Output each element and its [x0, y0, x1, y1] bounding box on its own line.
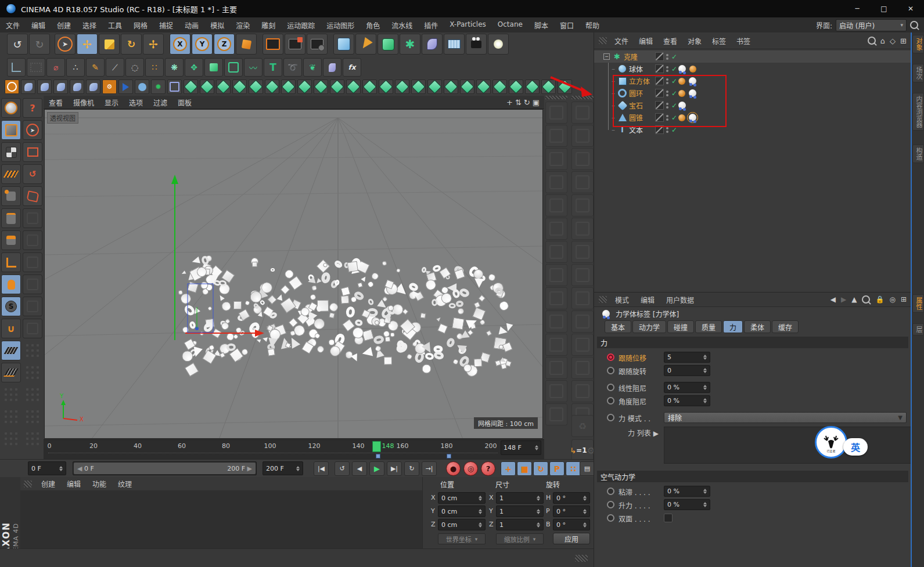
simulation-icon[interactable]: S	[1, 297, 21, 316]
position-field[interactable]: 0 cm	[438, 492, 486, 504]
prev-frame-button[interactable]: ◀	[352, 461, 367, 476]
coord-system-dropdown[interactable]: 世界坐标▾	[438, 533, 486, 544]
visibility-dots-icon[interactable]	[666, 127, 668, 133]
expand-toggle[interactable]: −	[603, 53, 610, 60]
rotation-field[interactable]: 0 °	[553, 519, 590, 530]
side-tab-对象[interactable]: 对象	[912, 35, 924, 53]
layer-icon[interactable]	[655, 89, 664, 97]
rotate-tool-button[interactable]: ↻	[121, 34, 142, 55]
target-icon[interactable]: ◎	[889, 295, 895, 304]
position-field[interactable]: 0 cm	[438, 505, 486, 517]
viewport-menu-item-2[interactable]: 显示	[99, 97, 124, 107]
side-tab-属性[interactable]: 属性	[912, 294, 924, 313]
force-section-header[interactable]: 力	[597, 337, 908, 348]
add-cube-object-button[interactable]	[333, 34, 354, 55]
om-menu-4[interactable]: 标签	[707, 36, 731, 46]
record-keyframe-button[interactable]: ●	[446, 461, 461, 476]
enabled-check-icon[interactable]: ✓	[671, 65, 677, 73]
xp-modifier-icon[interactable]	[184, 80, 198, 94]
xp-gear-green-icon[interactable]: ✹	[151, 80, 166, 94]
layer-icon[interactable]	[655, 101, 664, 110]
keyframe-dot[interactable]	[607, 353, 614, 361]
add-mograph-button[interactable]: ✱	[400, 34, 420, 55]
object-name[interactable]: 球体	[629, 64, 643, 74]
param-field[interactable]: 0 %	[664, 382, 710, 393]
poly-select-icon[interactable]	[23, 186, 42, 206]
mograph-spline-icon[interactable]: 〰	[244, 58, 263, 77]
close-button[interactable]: ✕	[897, 0, 924, 17]
xp-modifier-icon[interactable]	[427, 80, 442, 94]
object-row-立方体[interactable]: –立方体✓	[594, 75, 911, 87]
visibility-dots-icon[interactable]	[666, 78, 668, 84]
am-add-icon[interactable]: ⊞	[901, 295, 907, 304]
lasso-select-icon[interactable]: ↺	[23, 164, 42, 184]
enabled-check-icon[interactable]: ✓	[671, 53, 677, 61]
last-tool-button[interactable]: ✢	[143, 34, 164, 55]
object-row-圆锥[interactable]: –圆锥✓	[594, 111, 911, 124]
object-tree[interactable]: −✱克隆✓–球体✓–立方体✓–圆环✓–宝石✓–圆锥✓–I文本✓	[594, 49, 911, 292]
keyframe-dot[interactable]	[607, 384, 614, 391]
attr-tab-柔体[interactable]: 柔体	[744, 320, 771, 333]
menu-item-4[interactable]: 工具	[102, 20, 128, 30]
grid-array-icon[interactable]: ∷	[145, 58, 164, 77]
keyframe-dot[interactable]	[607, 501, 614, 508]
side-tab-内容浏览器[interactable]: 内容浏览器	[912, 93, 924, 131]
ring-select-icon[interactable]: ◌	[125, 58, 144, 77]
rotation-field[interactable]: 0 °	[553, 505, 590, 517]
menu-item-1[interactable]: 编辑	[26, 20, 51, 30]
timeline-key-marker[interactable]	[376, 454, 380, 458]
viewport-canvas[interactable]: 透视视图 Y X 网格间距 : 100 cm	[44, 109, 543, 439]
attr-tab-质量[interactable]: 质量	[695, 320, 722, 333]
menu-item-20[interactable]: 帮助	[580, 20, 605, 30]
menu-item-2[interactable]: 创建	[51, 20, 77, 30]
enabled-check-icon[interactable]: ✓	[671, 126, 677, 134]
knife-icon[interactable]: ⟋	[106, 58, 124, 77]
disabled-frame-icon[interactable]	[27, 58, 45, 77]
attr-tab-力[interactable]: 力	[723, 320, 743, 333]
play-reverse-button[interactable]: ↺	[335, 461, 350, 476]
menu-item-9[interactable]: 渲染	[230, 20, 256, 30]
keyframe-dot[interactable]	[607, 487, 614, 495]
tracer-icon[interactable]: ➰	[283, 58, 302, 77]
mograph-weight-icon[interactable]: ❋	[165, 58, 184, 77]
material-tag-icon[interactable]	[689, 66, 696, 73]
visibility-dots-icon[interactable]	[666, 103, 668, 109]
palette-drag-handle[interactable]	[545, 96, 567, 99]
xp-modifier-icon[interactable]	[444, 80, 458, 94]
key-rotation-button[interactable]: ↻	[533, 461, 548, 476]
om-home-icon[interactable]: ⌂	[880, 37, 885, 45]
viewport-menu-item-0[interactable]: 查看	[44, 97, 68, 107]
xp-modifier-icon[interactable]	[232, 80, 247, 94]
visibility-dots-icon[interactable]	[666, 54, 668, 60]
loop-button[interactable]: ↻	[404, 461, 419, 476]
no-snap-icon[interactable]: ⌀	[46, 58, 65, 77]
material-tag-icon[interactable]	[678, 78, 685, 85]
object-name[interactable]: 文本	[629, 125, 643, 135]
object-row-文本[interactable]: –I文本✓	[594, 124, 911, 136]
model-mode-icon[interactable]	[1, 120, 21, 140]
dynamics-tag-icon[interactable]	[678, 102, 686, 109]
undo-button[interactable]: ↺	[7, 34, 28, 55]
size-field[interactable]: 1	[496, 505, 544, 517]
am-search-icon[interactable]	[862, 295, 870, 304]
rotate-workplane-icon[interactable]	[1, 363, 21, 382]
menu-item-16[interactable]: X-Particles	[444, 20, 492, 30]
mograph-extrude-icon[interactable]	[204, 58, 223, 77]
dynamics-tag-icon[interactable]	[678, 65, 686, 73]
z-axis-lock-button[interactable]: Z	[214, 34, 235, 55]
menu-item-7[interactable]: 动画	[179, 20, 204, 30]
keyframe-dot[interactable]	[607, 367, 614, 374]
xp-sphere-icon[interactable]	[37, 80, 52, 94]
param-field[interactable]: 0 %	[664, 486, 710, 497]
enabled-check-icon[interactable]: ✓	[671, 114, 677, 122]
size-field[interactable]: 1	[496, 492, 544, 504]
force-list-well[interactable]	[664, 427, 911, 464]
xp-action-icon[interactable]	[118, 80, 133, 94]
object-name[interactable]: 宝石	[629, 100, 643, 110]
menu-item-11[interactable]: 运动跟踪	[281, 20, 321, 30]
dynamics-tag-icon[interactable]	[689, 89, 696, 97]
up-level-icon[interactable]: ▲	[851, 295, 857, 304]
workplane-mode-icon[interactable]	[1, 164, 21, 184]
xp-dolphin-icon[interactable]	[53, 80, 68, 94]
world-axis-icon[interactable]	[1, 98, 21, 118]
